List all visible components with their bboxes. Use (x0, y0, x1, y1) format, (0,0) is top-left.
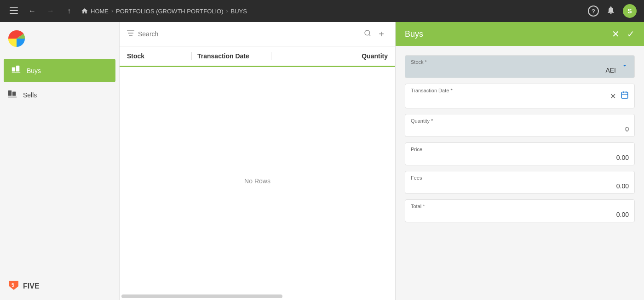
content-panel: + Stock Transaction Date Quantity No Row… (120, 22, 396, 300)
fees-field: Fees 0.00 (405, 171, 635, 194)
form-close-button[interactable]: ✕ (612, 28, 620, 40)
table-body: No Rows (120, 67, 395, 300)
add-button[interactable]: + (375, 28, 388, 40)
main-container: Buys Sells 5 FIVE (0, 22, 644, 300)
empty-message: No Rows (120, 67, 395, 294)
five-logo-text: FIVE (23, 282, 40, 290)
column-quantity: Quantity (277, 52, 388, 60)
breadcrumb-buys: BUYS (231, 8, 247, 15)
quantity-field: Quantity * 0 (405, 114, 635, 137)
form-title: Buys (405, 29, 612, 39)
quantity-value[interactable]: 0 (411, 125, 629, 133)
five-logo-icon: 5 (7, 280, 20, 293)
svg-rect-4 (12, 67, 15, 71)
total-field: Total * 0.00 (405, 199, 635, 222)
column-divider-1 (191, 52, 192, 60)
topbar: ← → ↑ HOME › PORTFOLIOS (GROWTH PORTFOLI… (0, 0, 644, 22)
svg-rect-5 (16, 66, 19, 72)
user-avatar[interactable]: S (623, 4, 637, 18)
breadcrumb: HOME › PORTFOLIOS (GROWTH PORTFOLIO) › B… (81, 7, 247, 15)
sidebar-buys-label: Buys (27, 67, 41, 74)
breadcrumb-portfolios[interactable]: PORTFOLIOS (GROWTH PORTFOLIO) (116, 8, 224, 15)
sidebar: Buys Sells 5 FIVE (0, 22, 120, 300)
breadcrumb-home-label: HOME (91, 8, 109, 15)
search-input[interactable] (138, 30, 360, 38)
transaction-date-calendar-button[interactable] (620, 90, 630, 102)
svg-rect-2 (10, 13, 18, 14)
search-icon[interactable] (364, 29, 371, 39)
breadcrumb-chevron-1: › (111, 8, 113, 14)
stock-value: AEI (411, 67, 616, 74)
sidebar-logo (0, 22, 119, 55)
total-value[interactable]: 0.00 (411, 211, 629, 218)
back-icon[interactable]: ← (26, 7, 39, 15)
stock-label: Stock * (411, 59, 616, 65)
five-logo: 5 FIVE (7, 280, 40, 293)
search-bar: + (120, 22, 395, 46)
hamburger-menu-icon[interactable] (7, 6, 20, 16)
svg-rect-17 (621, 92, 628, 99)
horizontal-scrollbar[interactable] (121, 294, 282, 298)
topbar-right: ? S (588, 4, 637, 18)
transaction-date-actions: ✕ (609, 90, 630, 102)
breadcrumb-chevron-2: › (226, 8, 228, 14)
app-logo-icon (7, 29, 26, 48)
sells-icon (7, 89, 17, 101)
sidebar-menu: Buys Sells (0, 55, 119, 110)
fees-value[interactable]: 0.00 (411, 182, 629, 190)
svg-line-16 (369, 34, 370, 36)
transaction-date-clear-button[interactable]: ✕ (609, 91, 617, 102)
svg-rect-0 (10, 7, 18, 8)
price-label: Price (411, 147, 629, 152)
sidebar-sells-label: Sells (23, 91, 37, 99)
help-icon[interactable]: ? (588, 6, 599, 17)
sidebar-footer: 5 FIVE (0, 272, 119, 300)
svg-rect-1 (10, 10, 18, 11)
column-divider-2 (271, 52, 271, 60)
form-panel: Buys ✕ ✓ Stock * AEI Transaction Date * (396, 22, 644, 300)
price-field: Price 0.00 (405, 142, 635, 165)
form-body: Stock * AEI Transaction Date * ✕ (396, 46, 644, 232)
sidebar-item-buys[interactable]: Buys (4, 59, 115, 82)
column-transaction-date: Transaction Date (197, 52, 271, 60)
form-header: Buys ✕ ✓ (396, 22, 644, 46)
up-icon[interactable]: ↑ (63, 7, 75, 15)
filter-icon[interactable] (127, 30, 134, 38)
transaction-date-label: Transaction Date * (411, 88, 602, 93)
stock-field: Stock * AEI (405, 55, 635, 78)
stock-field-actions (620, 61, 630, 73)
breadcrumb-home[interactable]: HOME (81, 7, 109, 15)
form-confirm-button[interactable]: ✓ (627, 28, 635, 40)
svg-rect-7 (8, 91, 12, 96)
fees-label: Fees (411, 175, 629, 181)
form-header-actions: ✕ ✓ (612, 28, 635, 40)
transaction-date-field: Transaction Date * ✕ (405, 84, 635, 108)
column-stock: Stock (127, 52, 191, 60)
total-label: Total * (411, 204, 629, 209)
sidebar-item-sells[interactable]: Sells (0, 83, 119, 107)
transaction-date-value (411, 95, 602, 104)
buys-icon (11, 64, 21, 77)
forward-icon[interactable]: → (44, 7, 57, 15)
stock-dropdown-button[interactable] (620, 61, 630, 73)
svg-rect-8 (12, 91, 16, 96)
notification-icon[interactable] (606, 6, 615, 17)
price-value[interactable]: 0.00 (411, 154, 629, 161)
table-header: Stock Transaction Date Quantity (120, 46, 395, 67)
quantity-label: Quantity * (411, 118, 629, 124)
svg-text:5: 5 (12, 282, 14, 288)
svg-point-15 (365, 30, 370, 35)
